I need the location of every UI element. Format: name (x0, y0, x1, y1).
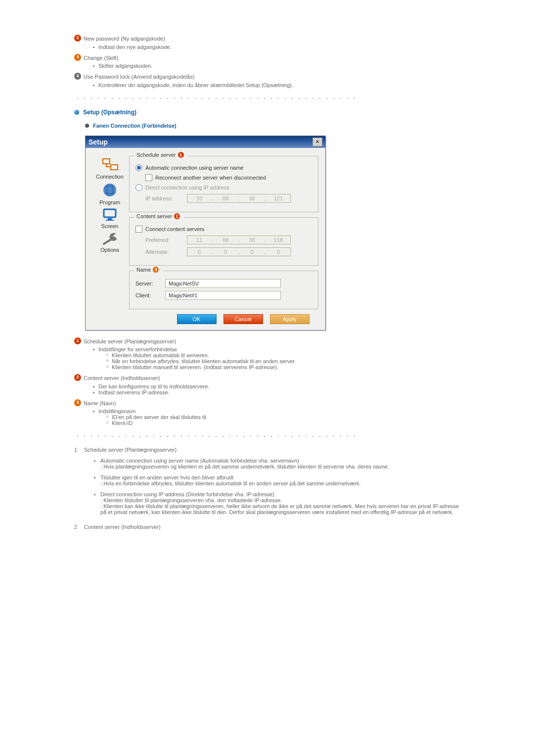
label: Client: (135, 292, 165, 298)
text: Kontrollerer din adgangskode, inden du å… (93, 82, 460, 88)
server-name-input[interactable]: MagicNetSV (165, 279, 281, 288)
client-name-input[interactable]: MagicNet#1 (165, 291, 281, 300)
ip-seg: 0 (268, 249, 288, 255)
label: Direct connection using IP address (145, 185, 229, 190)
divider (74, 97, 361, 100)
legend-text: Name (136, 267, 151, 273)
para-title: Automatic connection using server name (… (100, 458, 460, 464)
detail-1-body: Automatic connection using server name (… (94, 458, 460, 515)
text: Der kan konfigureres op til to indholdss… (93, 383, 460, 389)
para-title: Tilslutter igen til en anden server hvis… (100, 474, 460, 480)
tab-label: Screen (101, 223, 119, 229)
close-button[interactable]: × (312, 138, 322, 146)
server-name-row: Server: MagicNetSV (135, 279, 312, 288)
label: Automatic connection using server name (145, 165, 244, 171)
badge-3-icon: 3 (153, 267, 159, 273)
text: Klienten tilslutter manuelt til serveren… (106, 364, 460, 370)
tab-options[interactable]: Options (100, 231, 120, 253)
text: Klient-ID (106, 420, 460, 426)
legend: Schedule server 1 (134, 152, 188, 158)
bullet: Tilslutter igen til en anden server hvis… (94, 474, 460, 486)
ip-input[interactable]: 0. 0. 0. 0 (187, 247, 291, 256)
text: Når en forbindelse afbrydes, tilslutter … (106, 358, 460, 364)
text: ID'en på den server der skal tilsluttes … (106, 414, 460, 420)
ip-seg: 88 (216, 195, 235, 201)
badge-1-icon: 1 (74, 337, 81, 344)
ip-input[interactable]: 10. 88. 38. 121 (187, 194, 291, 203)
text: Change (Skift) (84, 54, 118, 62)
ip-input[interactable]: 11. 88. 38. 118 (187, 236, 291, 244)
ip-seg: 0 (242, 249, 262, 255)
svg-rect-5 (106, 220, 114, 221)
text: Klienten tilslutter automatisk til serve… (106, 352, 460, 358)
tab-strip: Connection Program Screen Options (90, 154, 129, 324)
ok-button[interactable]: OK (177, 314, 217, 324)
text: Schedule server (Planlægningsserver) (84, 337, 176, 346)
badge-3-icon: 3 (74, 399, 81, 406)
label: Server: (135, 281, 165, 286)
client-name-row: Client: MagicNet#1 (135, 291, 312, 300)
checkbox-icon (145, 174, 152, 181)
item-new-password: 2 New password (Ny adgangskode) (74, 35, 460, 43)
radio-icon (135, 184, 142, 191)
ip-seg: 88 (216, 237, 235, 243)
fieldset-content-server: Content server 2 Connect content servers… (129, 217, 318, 266)
note-schedule-server: 1 Schedule server (Planlægningsserver) (74, 337, 460, 346)
label: Alternate: (145, 249, 187, 255)
item-change: 3 Change (Skift) (74, 54, 460, 62)
checkbox-connect-content[interactable]: Connect content servers (135, 226, 312, 233)
tab-screen[interactable]: Screen (100, 207, 120, 229)
ip-seg: 11 (189, 237, 209, 243)
ip-seg: 0 (216, 249, 235, 255)
sublist: Skifter adgangskoden. (93, 63, 460, 69)
globe-icon (100, 182, 120, 198)
bullet-icon (74, 110, 79, 115)
ip-seg: 38 (242, 195, 262, 201)
number: 1 (74, 447, 84, 453)
text: Name (Navn) (84, 399, 116, 408)
title: Schedule server (Planlægningsserver) (84, 447, 177, 453)
bullet: Automatic connection using server name (… (94, 458, 460, 470)
checkbox-reconnect[interactable]: Reconnect another server when disconnect… (145, 174, 312, 181)
text: Skifter adgangskoden. (93, 63, 460, 69)
badge-3-icon: 3 (74, 54, 81, 61)
para-body: : Klienten kan ikke tilslutte til planlæ… (100, 503, 460, 515)
label: Preferred: (145, 237, 187, 243)
bullet-icon (85, 124, 89, 128)
text: Indstillinger for serverforbindelse (93, 346, 460, 352)
preferred-row: Preferred: 11. 88. 38. 118 (145, 236, 312, 244)
legend: Content server 2 (134, 213, 184, 219)
connection-icon (100, 156, 120, 173)
svg-rect-4 (108, 218, 112, 220)
cancel-button[interactable]: Cancel (223, 314, 263, 324)
item-password-lock: 4 Use Password lock (Anvend adgangskodel… (74, 73, 460, 81)
bullet: Direct connection using IP address (Dire… (94, 491, 460, 515)
dialog-buttons: OK Cancel Apply (168, 314, 318, 324)
checkbox-icon (135, 226, 142, 233)
tab-program[interactable]: Program (99, 182, 120, 205)
section-title: Setup (Opsætning) (83, 109, 136, 116)
wrench-icon (100, 231, 120, 246)
svg-rect-1 (111, 165, 118, 170)
radio-direct-connection[interactable]: Direct connection using IP address (135, 184, 312, 191)
legend-text: Schedule server (136, 152, 176, 158)
tab-label: Connection (96, 174, 124, 180)
legend: Name 3 (134, 267, 163, 273)
badge-1-icon: 1 (178, 152, 184, 158)
detail-1: 1 Schedule server (Planlægningsserver) (74, 447, 460, 453)
tab-label: Options (100, 247, 119, 253)
radio-auto-connection[interactable]: Automatic connection using server name (135, 164, 312, 171)
sublist: Kontrollerer din adgangskode, inden du å… (93, 82, 460, 88)
text: Content server (Indholdsserver) (84, 374, 160, 382)
note-content-server: 2 Content server (Indholdsserver) (74, 374, 460, 382)
apply-button[interactable]: Apply (270, 314, 310, 324)
ip-seg: 38 (242, 237, 262, 243)
ip-seg: 10 (189, 195, 209, 201)
tab-connection[interactable]: Connection (96, 156, 124, 180)
svg-rect-0 (103, 159, 110, 164)
label: Reconnect another server when disconnect… (155, 175, 266, 181)
fieldset-schedule-server: Schedule server 1 Automatic connection u… (129, 156, 318, 212)
sublist: Indstillinger for serverforbindelse Klie… (93, 346, 460, 370)
monitor-icon (100, 207, 120, 222)
para-body: : Klienten tilslutter til planlægningsse… (100, 497, 460, 503)
